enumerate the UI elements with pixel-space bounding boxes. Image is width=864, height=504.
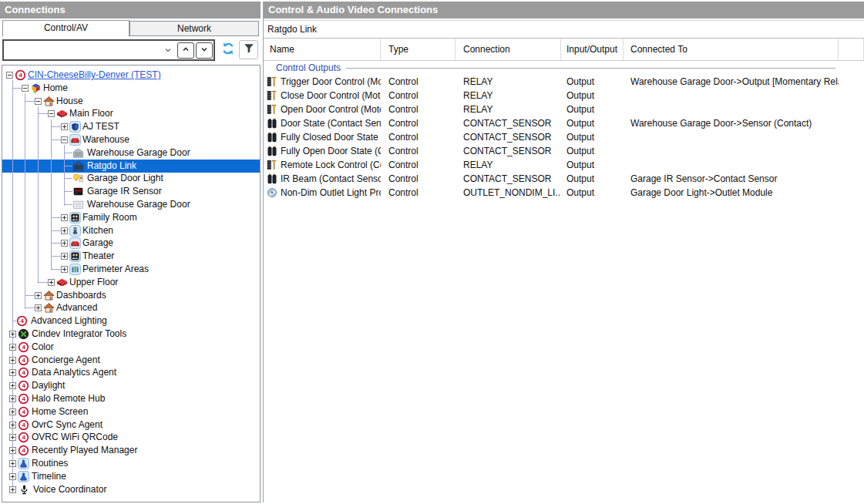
- tree-item-cindev-integrator-tools[interactable]: Cindev Integrator Tools: [2, 328, 260, 341]
- find-previous-button[interactable]: [177, 42, 194, 59]
- tree-expander-plus[interactable]: [61, 253, 68, 260]
- tree-item-perimeter-areas[interactable]: Perimeter Areas: [2, 263, 260, 276]
- tree-item-recently-played-manager[interactable]: 4Recently Played Manager: [2, 444, 260, 457]
- tree-expander-plus[interactable]: [9, 447, 16, 454]
- refresh-button[interactable]: [218, 40, 237, 59]
- connection-type: Control: [381, 158, 456, 172]
- connection-row-fully-open-door-state-c[interactable]: Fully Open Door State (C...ControlCONTAC…: [264, 144, 864, 158]
- tree-item-aj-test[interactable]: AJ TEST: [2, 120, 260, 133]
- connection-row-fully-closed-door-state[interactable]: Fully Closed Door State (...ControlCONTA…: [264, 130, 864, 144]
- tab-network[interactable]: Network: [129, 21, 259, 36]
- column-header-input-output[interactable]: Input/Output: [561, 39, 624, 60]
- tree-item-data-analytics-agent[interactable]: 4Data Analytics Agent: [2, 366, 260, 379]
- tree-item-warehouse[interactable]: Warehouse: [2, 133, 260, 146]
- connection-type-name: CONTACT_SENSOR: [456, 172, 561, 186]
- tree-item-color[interactable]: 4Color: [2, 341, 260, 354]
- tree-expander-plus[interactable]: [61, 240, 68, 247]
- tree-item-kitchen[interactable]: Kitchen: [2, 224, 260, 237]
- selected-device-name: Ratgdo Link: [264, 20, 864, 39]
- tree-expander-plus[interactable]: [9, 408, 16, 415]
- tree-expander-plus[interactable]: [35, 304, 42, 311]
- connection-row-non-dim-outlet-light-pro[interactable]: Non-Dim Outlet Light Pro...ControlOUTLET…: [264, 186, 864, 200]
- connected-to: [624, 89, 839, 102]
- tree-expander-plus[interactable]: [9, 344, 16, 351]
- tree-item-garage[interactable]: Garage: [2, 237, 260, 250]
- tree-expander-minus[interactable]: [6, 72, 13, 79]
- tree-item-family-room[interactable]: Family Room: [2, 211, 260, 224]
- connection-row-remote-lock-control-co[interactable]: Remote Lock Control (Co...ControlRELAYOu…: [264, 158, 864, 172]
- filter-button[interactable]: [239, 40, 258, 59]
- connection-row-trigger-door-control-mot[interactable]: Trigger Door Control (Mot...ControlRELAY…: [264, 75, 864, 89]
- floor-icon: [56, 277, 68, 288]
- search-combobox[interactable]: [4, 41, 176, 59]
- connection-row-close-door-control-motor[interactable]: Close Door Control (Motor...ControlRELAY…: [264, 89, 864, 102]
- column-header-name[interactable]: Name: [264, 39, 381, 60]
- tree-item-ratgdo-link[interactable]: Ratgdo Link: [2, 160, 260, 173]
- tree-item-theater[interactable]: Theater: [2, 250, 260, 263]
- tree-item-label: OvrC Sync Agent: [29, 418, 105, 432]
- c4-logo: 4: [18, 419, 29, 431]
- tree-item-cin-cheesebilly-denver-test[interactable]: 4CIN-CheeseBilly-Denver (TEST): [2, 69, 260, 82]
- tree-item-advanced[interactable]: Advanced: [2, 301, 260, 314]
- tree-item-halo-remote-hub[interactable]: 4Halo Remote Hub: [2, 392, 260, 405]
- tree-expander-minus[interactable]: [61, 136, 68, 143]
- tree-expander-plus[interactable]: [9, 357, 16, 364]
- tree-item-advanced-lighting[interactable]: 4Advanced Lighting: [2, 314, 260, 328]
- tree-item-routines[interactable]: Routines: [2, 457, 260, 470]
- tree-item-timeline[interactable]: Timeline: [2, 470, 260, 483]
- tab-control-av[interactable]: Control/AV: [2, 20, 129, 37]
- tree-expander-plus[interactable]: [61, 227, 68, 234]
- tree-item-home[interactable]: Home: [2, 82, 260, 95]
- find-next-button[interactable]: [196, 42, 213, 59]
- tree-item-garage-door-light[interactable]: Garage Door Light: [2, 172, 260, 185]
- tree-expander-plus[interactable]: [9, 395, 16, 402]
- tree-expander-plus[interactable]: [48, 279, 55, 286]
- tree-item-upper-floor[interactable]: Upper Floor: [2, 276, 260, 289]
- tree-item-warehouse-garage-door[interactable]: Warehouse Garage Door: [2, 198, 260, 211]
- tree-item-warehouse-garage-door[interactable]: Warehouse Garage Door: [2, 146, 260, 160]
- connection-row-door-state-contact-sens[interactable]: Door State (Contact Sens...ControlCONTAC…: [264, 116, 864, 130]
- tree-item-voice-coordinator[interactable]: Voice Coordinator: [2, 483, 260, 496]
- tree-item-dashboards[interactable]: Dashboards: [2, 289, 260, 302]
- tree-expander-plus[interactable]: [61, 123, 68, 130]
- tree-expander-plus[interactable]: [9, 331, 16, 338]
- column-header-spacer[interactable]: [839, 39, 864, 60]
- tree-expander-minus[interactable]: [35, 98, 42, 105]
- tree-expander-plus[interactable]: [9, 422, 16, 428]
- tree-expander-minus[interactable]: [48, 110, 55, 117]
- tree-item-house[interactable]: House: [2, 95, 260, 108]
- tree-expander-plus[interactable]: [9, 486, 16, 493]
- tree-expander-plus[interactable]: [9, 434, 16, 441]
- group-row-control-outputs: Control Outputs: [264, 61, 864, 75]
- column-header-connection[interactable]: Connection: [456, 39, 561, 60]
- tree-item-garage-ir-sensor[interactable]: Garage IR Sensor: [2, 185, 260, 198]
- tree-item-concierge-agent[interactable]: 4Concierge Agent: [2, 354, 260, 367]
- tree-expander-plus[interactable]: [61, 266, 68, 273]
- connection-row-open-door-control-motor[interactable]: Open Door Control (Motor...ControlRELAYO…: [264, 102, 864, 116]
- tree-expander-plus[interactable]: [9, 460, 16, 467]
- tree-expander-plus[interactable]: [9, 473, 16, 480]
- search-input[interactable]: [4, 42, 160, 59]
- contact-icon: [267, 173, 277, 184]
- tree-expander-plus[interactable]: [61, 214, 68, 221]
- tree-expander-plus[interactable]: [9, 369, 16, 376]
- tree-connector-tick: [51, 230, 61, 231]
- tree-item-main-floor[interactable]: Main Floor: [2, 107, 260, 120]
- column-header-type[interactable]: Type: [381, 39, 456, 60]
- tree-expander-minus[interactable]: [22, 85, 29, 92]
- chevron-down-icon[interactable]: [160, 45, 176, 55]
- tree-item-ovrc-sync-agent[interactable]: 4OvrC Sync Agent: [2, 418, 260, 432]
- tree-item-ovrc-wifi-qrcode[interactable]: 4OVRC WiFi QRCode: [2, 431, 260, 444]
- connection-name-cell: Trigger Door Control (Mot...: [264, 75, 381, 89]
- tree-item-label: Perimeter Areas: [80, 263, 151, 276]
- row-spacer: [839, 144, 864, 158]
- column-header-connected-to[interactable]: Connected To: [624, 39, 839, 60]
- tree-item-home-screen[interactable]: 4Home Screen: [2, 405, 260, 418]
- tree-expander-plus[interactable]: [35, 292, 42, 299]
- connected-to: [624, 144, 839, 158]
- house-icon: [43, 96, 55, 107]
- connection-row-ir-beam-contact-sensor[interactable]: IR Beam (Contact Sensor)ControlCONTACT_S…: [264, 172, 864, 186]
- tree-expander-plus[interactable]: [9, 382, 16, 389]
- search-group: [2, 39, 215, 61]
- tree-item-daylight[interactable]: 4Daylight: [2, 379, 260, 392]
